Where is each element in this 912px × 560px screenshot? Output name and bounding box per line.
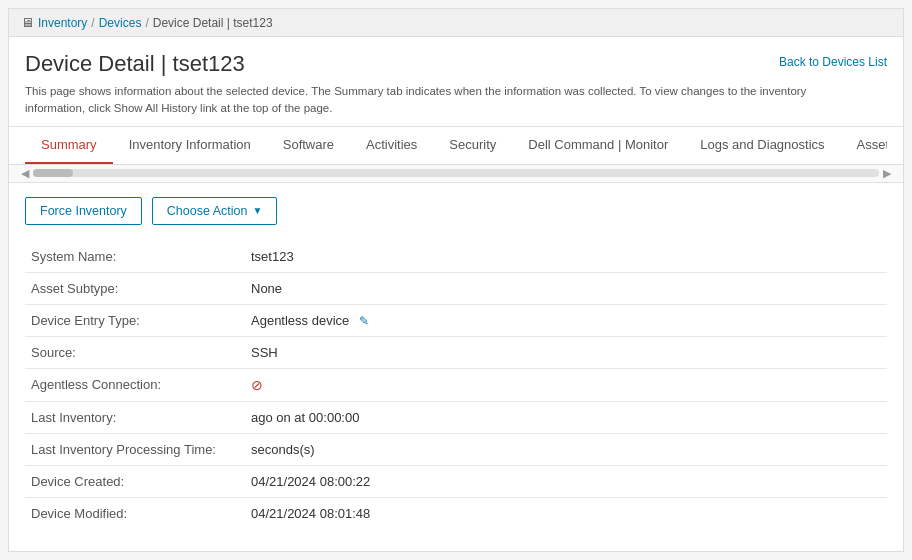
tab-dell-command-monitor[interactable]: Dell Command | Monitor xyxy=(512,127,684,164)
tab-asset[interactable]: Asset xyxy=(841,127,887,164)
content-section: Force Inventory Choose Action ▼ System N… xyxy=(9,183,903,543)
row-value: 04/21/2024 08:00:22 xyxy=(245,465,887,497)
row-label: Device Modified: xyxy=(25,497,245,529)
scroll-bar-row: ◀ ▶ xyxy=(9,165,903,183)
breadcrumb-sep-2: / xyxy=(145,16,148,30)
choose-action-button[interactable]: Choose Action ▼ xyxy=(152,197,278,225)
page-wrapper: 🖥 Inventory / Devices / Device Detail | … xyxy=(8,8,904,552)
row-label: System Name: xyxy=(25,241,245,273)
row-value: 04/21/2024 08:01:48 xyxy=(245,497,887,529)
tabs-section: Summary Inventory Information Software A… xyxy=(9,127,903,165)
table-row: Source: SSH xyxy=(25,336,887,368)
table-row: Device Created: 04/21/2024 08:00:22 xyxy=(25,465,887,497)
row-label: Last Inventory Processing Time: xyxy=(25,433,245,465)
breadcrumb: 🖥 Inventory / Devices / Device Detail | … xyxy=(9,9,903,37)
action-buttons: Force Inventory Choose Action ▼ xyxy=(25,197,887,225)
row-label: Device Entry Type: xyxy=(25,304,245,336)
connection-error-icon: ⊘ xyxy=(251,377,263,393)
table-row: Last Inventory: ago on at 00:00:00 xyxy=(25,401,887,433)
row-value: SSH xyxy=(245,336,887,368)
scroll-thumb xyxy=(33,169,73,177)
row-label: Last Inventory: xyxy=(25,401,245,433)
row-label: Device Created: xyxy=(25,465,245,497)
detail-table: System Name: tset123 Asset Subtype: None… xyxy=(25,241,887,529)
row-label: Source: xyxy=(25,336,245,368)
row-label: Agentless Connection: xyxy=(25,368,245,401)
tab-inventory-information[interactable]: Inventory Information xyxy=(113,127,267,164)
row-value: ago on at 00:00:00 xyxy=(245,401,887,433)
breadcrumb-inventory[interactable]: Inventory xyxy=(38,16,87,30)
force-inventory-label: Force Inventory xyxy=(40,204,127,218)
breadcrumb-sep-1: / xyxy=(91,16,94,30)
table-row: Last Inventory Processing Time: seconds(… xyxy=(25,433,887,465)
tabs-scroll: Summary Inventory Information Software A… xyxy=(25,127,887,164)
table-row: System Name: tset123 xyxy=(25,241,887,273)
row-value: ⊘ xyxy=(245,368,887,401)
choose-action-label: Choose Action xyxy=(167,204,248,218)
tab-software[interactable]: Software xyxy=(267,127,350,164)
choose-action-caret-icon: ▼ xyxy=(252,205,262,216)
row-label: Asset Subtype: xyxy=(25,272,245,304)
force-inventory-button[interactable]: Force Inventory xyxy=(25,197,142,225)
edit-icon[interactable]: ✎ xyxy=(359,314,369,328)
row-value: seconds(s) xyxy=(245,433,887,465)
row-value: Agentless device ✎ xyxy=(245,304,887,336)
header-top: Device Detail | tset123 Back to Devices … xyxy=(25,51,887,83)
monitor-icon: 🖥 xyxy=(21,15,34,30)
page-title: Device Detail | tset123 xyxy=(25,51,245,77)
tab-logs-diagnostics[interactable]: Logs and Diagnostics xyxy=(684,127,840,164)
table-row: Agentless Connection: ⊘ xyxy=(25,368,887,401)
page-description: This page shows information about the se… xyxy=(25,83,845,118)
scroll-left-arrow[interactable]: ◀ xyxy=(17,167,33,180)
tab-activities[interactable]: Activities xyxy=(350,127,433,164)
tab-security[interactable]: Security xyxy=(433,127,512,164)
table-row: Device Modified: 04/21/2024 08:01:48 xyxy=(25,497,887,529)
back-to-devices-link[interactable]: Back to Devices List xyxy=(779,55,887,69)
breadcrumb-devices[interactable]: Devices xyxy=(99,16,142,30)
tab-summary[interactable]: Summary xyxy=(25,127,113,164)
table-row: Asset Subtype: None xyxy=(25,272,887,304)
table-row: Device Entry Type: Agentless device ✎ xyxy=(25,304,887,336)
row-value: tset123 xyxy=(245,241,887,273)
row-value: None xyxy=(245,272,887,304)
scroll-track[interactable] xyxy=(33,169,879,177)
scroll-right-arrow[interactable]: ▶ xyxy=(879,167,895,180)
breadcrumb-current: Device Detail | tset123 xyxy=(153,16,273,30)
header-section: Device Detail | tset123 Back to Devices … xyxy=(9,37,903,127)
